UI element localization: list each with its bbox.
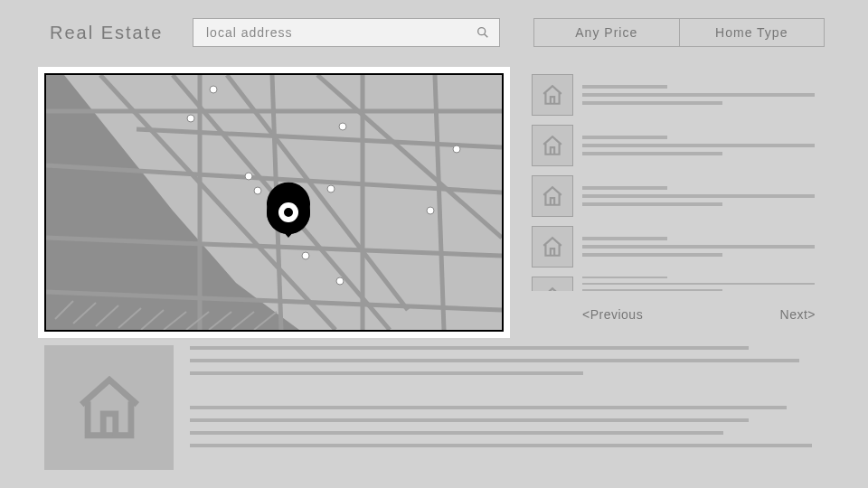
search-input[interactable] bbox=[206, 25, 476, 40]
svg-point-13 bbox=[187, 115, 194, 122]
pager-next[interactable]: Next> bbox=[780, 307, 816, 322]
svg-point-14 bbox=[339, 123, 346, 130]
filter-home-type[interactable]: Home Type bbox=[680, 19, 825, 46]
svg-point-17 bbox=[254, 187, 261, 194]
svg-point-15 bbox=[453, 145, 460, 153]
svg-point-16 bbox=[245, 173, 252, 180]
svg-line-1 bbox=[485, 34, 488, 38]
listing-item[interactable] bbox=[532, 125, 825, 166]
svg-point-21 bbox=[302, 252, 309, 259]
map-frame bbox=[38, 67, 510, 338]
listing-item[interactable] bbox=[532, 74, 825, 116]
map-viewport[interactable] bbox=[44, 73, 504, 332]
home-icon bbox=[532, 175, 573, 217]
pager-prev[interactable]: <Previous bbox=[582, 307, 643, 322]
svg-point-0 bbox=[478, 28, 486, 35]
brand-title: Real Estate bbox=[50, 23, 193, 43]
detail-text bbox=[190, 345, 825, 470]
listings-panel: <Previous Next> bbox=[532, 74, 825, 322]
home-icon bbox=[532, 226, 573, 267]
svg-point-22 bbox=[336, 277, 344, 285]
listing-item[interactable] bbox=[532, 277, 825, 291]
listing-item[interactable] bbox=[532, 175, 825, 217]
detail-panel bbox=[44, 345, 825, 470]
filter-price[interactable]: Any Price bbox=[534, 19, 680, 46]
svg-point-18 bbox=[327, 185, 335, 192]
home-icon bbox=[532, 74, 573, 116]
search-icon[interactable] bbox=[476, 25, 490, 40]
listing-item[interactable] bbox=[532, 226, 825, 267]
svg-point-19 bbox=[427, 207, 434, 214]
home-icon bbox=[532, 277, 573, 291]
svg-point-12 bbox=[210, 86, 217, 93]
detail-home-icon bbox=[44, 345, 174, 470]
home-icon bbox=[532, 125, 573, 166]
search-box[interactable] bbox=[193, 18, 500, 47]
